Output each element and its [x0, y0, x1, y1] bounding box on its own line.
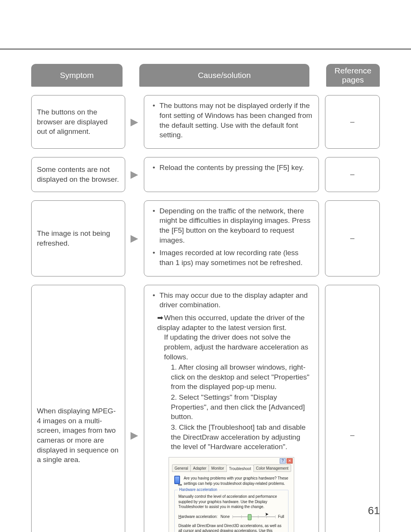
- display-properties-dialog: ? ✕ General Adapter Monitor Troubleshoot…: [169, 457, 294, 532]
- cause-step: 2. Select "Settings" from "Display Prope…: [171, 392, 312, 422]
- table-row: The image is not being refreshed. ▶ Depe…: [31, 200, 380, 276]
- cause-bullet: Reload the contents by pressing the [F5]…: [159, 163, 312, 173]
- cause-detail: ➡When this occurred, update the driver o…: [157, 313, 312, 452]
- tab-troubleshoot[interactable]: Troubleshoot: [226, 465, 254, 472]
- tab-general[interactable]: General: [172, 464, 191, 472]
- slider-description: Disable all DirectDraw and Direct3D acce…: [178, 523, 284, 532]
- reference-cell: –: [325, 95, 380, 149]
- symptom-cell: Some contents are not dis­played on the …: [31, 157, 125, 192]
- cause-bullet: Images recorded at low recording rate (l…: [159, 248, 312, 267]
- header-cause: Cause/solution: [139, 64, 309, 87]
- cause-step: 3. Click the [Troubleshoot] tab and disa…: [171, 422, 312, 452]
- slider-label: HHardware acceleration:ardware accelerat…: [178, 514, 218, 519]
- symptom-cell: The image is not being refreshed.: [31, 200, 125, 276]
- reference-cell: –: [325, 200, 380, 276]
- cause-subline: When this occurred, update the driver of…: [157, 314, 305, 332]
- fieldset-text: Manually control the level of accelerati…: [178, 494, 284, 510]
- cause-step: 1. After closing all browser windows, ri…: [171, 362, 312, 392]
- cause-bullet: Depending on the traffic of the network,…: [159, 206, 312, 245]
- table-row: Some contents are not dis­played on the …: [31, 157, 380, 192]
- arrow-icon: ▶: [129, 285, 140, 532]
- arrow-icon: ▶: [129, 95, 140, 149]
- slider-thumb[interactable]: [248, 514, 252, 520]
- symptom-cell: The buttons on the browser are displayed…: [31, 95, 125, 149]
- header-symptom: Symptom: [31, 64, 123, 87]
- reference-cell: –: [325, 285, 380, 532]
- cause-subline: If updating the driver does not solve th…: [164, 332, 312, 362]
- hardware-acceleration-group: Hardware acceleration Manually control t…: [174, 490, 288, 532]
- titlebar: ? ✕: [169, 457, 294, 464]
- cause-bullet: The buttons may not be displayed orderly…: [159, 101, 312, 140]
- page-number: 61: [368, 505, 380, 517]
- dialog-intro-text: Are you having problems with your graphi…: [184, 476, 288, 486]
- help-icon[interactable]: ?: [280, 458, 286, 464]
- cause-cell: Depending on the traffic of the network,…: [144, 200, 319, 276]
- arrow-icon: ▶: [129, 200, 140, 276]
- horizontal-rule: [0, 49, 411, 49]
- close-icon[interactable]: ✕: [287, 458, 293, 464]
- tabs: General Adapter Monitor Troubleshoot Col…: [172, 464, 291, 472]
- cause-cell: The buttons may not be displayed orderly…: [144, 95, 319, 149]
- table-row: The buttons on the browser are displayed…: [31, 95, 380, 149]
- symptom-cell: When displaying MPEG-4 images on a multi…: [31, 285, 125, 532]
- tab-adapter[interactable]: Adapter: [190, 464, 209, 472]
- table-row: When displaying MPEG-4 images on a multi…: [31, 285, 380, 532]
- troubleshooting-table: Symptom Cause/solution Reference pages T…: [31, 64, 380, 532]
- monitor-icon: [174, 476, 180, 484]
- cause-cell: Reload the contents by pressing the [F5]…: [144, 157, 319, 192]
- symptom-text: When displaying MPEG-4 images on a multi…: [37, 406, 119, 465]
- cursor-icon: ➤: [265, 511, 269, 517]
- reference-cell: –: [325, 157, 380, 192]
- right-arrow-icon: ➡: [157, 313, 164, 323]
- cause-bullet: This may occur due to the display adapte…: [159, 291, 312, 310]
- table-header-row: Symptom Cause/solution Reference pages: [31, 64, 380, 87]
- tab-color-management[interactable]: Color Management: [253, 464, 291, 472]
- header-reference: Reference pages: [326, 64, 380, 87]
- slider-max-label: Full: [278, 514, 284, 519]
- symptom-text: The buttons on the browser are displayed…: [37, 107, 119, 137]
- tab-monitor[interactable]: Monitor: [209, 464, 226, 472]
- hardware-acceleration-slider[interactable]: ➤: [233, 513, 275, 520]
- slider-min-label: None: [221, 514, 230, 519]
- fieldset-legend: Hardware acceleration: [178, 487, 219, 492]
- symptom-text: Some contents are not dis­played on the …: [37, 165, 119, 184]
- symptom-text: The image is not being refreshed.: [37, 229, 119, 248]
- arrow-icon: ▶: [129, 157, 140, 192]
- cause-cell: This may occur due to the display adapte…: [144, 285, 319, 532]
